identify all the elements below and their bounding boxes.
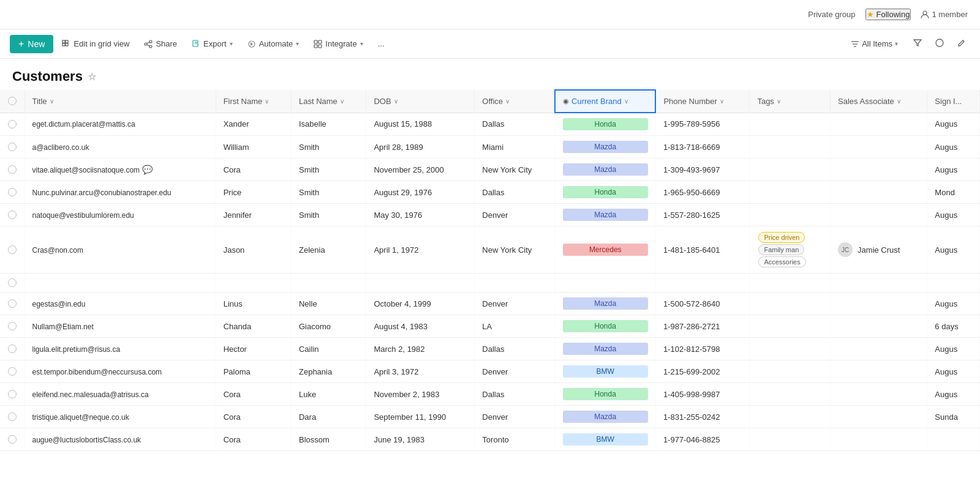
circle-icon [935, 38, 944, 48]
row-current-brand[interactable]: Mazda [555, 406, 655, 428]
row-checkbox[interactable] [8, 245, 17, 254]
row-phone: 1-813-718-6669 [655, 136, 750, 158]
row-title[interactable]: natoque@vestibulumlorem.edu [24, 204, 216, 226]
row-checkbox-cell [0, 274, 24, 293]
filter-button[interactable] [909, 35, 926, 52]
edit-grid-button[interactable]: Edit in grid view [56, 35, 135, 52]
following-button[interactable]: ★ Following [865, 9, 911, 20]
svg-rect-14 [314, 40, 317, 43]
row-current-brand[interactable]: Mazda [555, 204, 655, 226]
table-header-row: Title ∨ First Name ∨ Last Name ∨ [0, 90, 980, 113]
row-sign [927, 428, 980, 451]
row-title[interactable]: eleifend.nec.malesuada@atrisus.ca [24, 383, 216, 406]
row-current-brand[interactable]: BMW [555, 428, 655, 451]
row-current-brand[interactable]: Mazda [555, 158, 655, 181]
row-tags [750, 383, 831, 406]
row-dob: March 2, 1982 [366, 338, 475, 360]
sales-sort-icon: ∨ [897, 98, 901, 105]
edit-button[interactable] [953, 35, 970, 52]
table-row: vitae.aliquet@sociisnatoque.com💬CoraSmit… [0, 158, 980, 181]
row-title[interactable]: a@aclibero.co.uk [24, 136, 216, 158]
row-current-brand[interactable]: Honda [555, 113, 655, 136]
row-checkbox[interactable] [8, 211, 17, 219]
row-checkbox[interactable] [8, 299, 17, 308]
row-title[interactable]: tristique.aliquet@neque.co.uk [24, 406, 216, 428]
row-current-brand[interactable]: Mazda [555, 136, 655, 158]
brand-sort-icon: ∨ [624, 98, 628, 105]
row-title[interactable]: Cras@non.com [24, 226, 216, 274]
row-tags [750, 428, 831, 451]
header-office[interactable]: Office ∨ [475, 90, 555, 113]
svg-point-0 [923, 11, 927, 15]
row-checkbox[interactable] [8, 120, 17, 129]
header-tags[interactable]: Tags ∨ [750, 90, 831, 113]
integrate-chevron: ▾ [360, 40, 363, 47]
row-checkbox[interactable] [8, 188, 17, 196]
row-checkbox[interactable] [8, 345, 17, 353]
new-label: New [28, 39, 45, 49]
row-current-brand[interactable]: BMW [555, 360, 655, 383]
star-icon: ★ [867, 10, 874, 19]
row-last-name: Luke [291, 383, 366, 406]
row-checkbox[interactable] [8, 390, 17, 398]
row-title[interactable]: eget.dictum.placerat@mattis.ca [24, 113, 216, 136]
row-title[interactable]: vitae.aliquet@sociisnatoque.com💬 [24, 158, 216, 181]
row-phone: 1-987-286-2721 [655, 315, 750, 338]
row-checkbox[interactable] [8, 322, 17, 330]
all-items-button[interactable]: All Items ▾ [845, 37, 904, 51]
brand-badge: BMW [563, 433, 648, 445]
row-checkbox[interactable] [8, 435, 17, 444]
header-sign[interactable]: Sign I... [927, 90, 980, 113]
automate-chevron: ▾ [296, 40, 299, 47]
row-title[interactable]: Nullam@Etiam.net [24, 315, 216, 338]
row-last-name: Zelenia [291, 226, 366, 274]
row-checkbox[interactable] [8, 165, 17, 174]
row-title[interactable] [24, 274, 216, 293]
row-checkbox[interactable] [8, 143, 17, 151]
row-title[interactable]: Nunc.pulvinar.arcu@conubianostraper.edu [24, 181, 216, 204]
row-title[interactable]: egestas@in.edu [24, 293, 216, 315]
row-first-name: Linus [216, 293, 291, 315]
integrate-button[interactable]: Integrate ▾ [307, 35, 369, 52]
new-button[interactable]: + New [10, 35, 53, 53]
select-all-checkbox[interactable] [8, 97, 17, 105]
header-first-name[interactable]: First Name ∨ [216, 90, 291, 113]
tags-sort-icon: ∨ [777, 98, 781, 105]
row-sales-associate [831, 136, 927, 158]
row-current-brand[interactable]: Honda [555, 315, 655, 338]
more-button[interactable]: ... [372, 35, 391, 52]
row-current-brand[interactable]: Honda [555, 383, 655, 406]
row-last-name [291, 274, 366, 293]
header-last-name[interactable]: Last Name ∨ [291, 90, 366, 113]
dob-sort-icon: ∨ [394, 98, 398, 105]
header-phone[interactable]: Phone Number ∨ [655, 90, 750, 113]
row-current-brand[interactable]: Honda [555, 181, 655, 204]
row-title[interactable]: est.tempor.bibendum@neccursusa.com [24, 360, 216, 383]
circle-button[interactable] [931, 35, 948, 52]
row-title[interactable]: ligula.elit.pretium@risus.ca [24, 338, 216, 360]
row-checkbox[interactable] [8, 367, 17, 376]
export-button[interactable]: Export ▾ [186, 35, 239, 52]
row-checkbox-cell [0, 315, 24, 338]
page-title: Customers ☆ [12, 69, 968, 84]
row-checkbox-cell [0, 338, 24, 360]
row-current-brand[interactable] [555, 274, 655, 293]
tag-badge: Accessories [758, 256, 805, 267]
header-current-brand[interactable]: ◉ Current Brand ∨ [555, 90, 655, 113]
automate-button[interactable]: Automate ▾ [241, 35, 306, 52]
row-sales-associate [831, 338, 927, 360]
row-checkbox[interactable] [8, 412, 17, 421]
row-last-name: Dara [291, 406, 366, 428]
header-dob[interactable]: DOB ∨ [366, 90, 475, 113]
favorite-star[interactable]: ☆ [88, 71, 96, 83]
row-current-brand[interactable]: Mercedes [555, 226, 655, 274]
header-title[interactable]: Title ∨ [24, 90, 216, 113]
share-button[interactable]: Share [138, 35, 183, 52]
row-current-brand[interactable]: Mazda [555, 338, 655, 360]
row-current-brand[interactable]: Mazda [555, 293, 655, 315]
row-title[interactable]: augue@luctuslobortisClass.co.uk [24, 428, 216, 451]
row-checkbox[interactable] [8, 278, 17, 287]
header-sales-associate[interactable]: Sales Associate ∨ [831, 90, 927, 113]
row-sign [927, 274, 980, 293]
row-last-name: Blossom [291, 428, 366, 451]
